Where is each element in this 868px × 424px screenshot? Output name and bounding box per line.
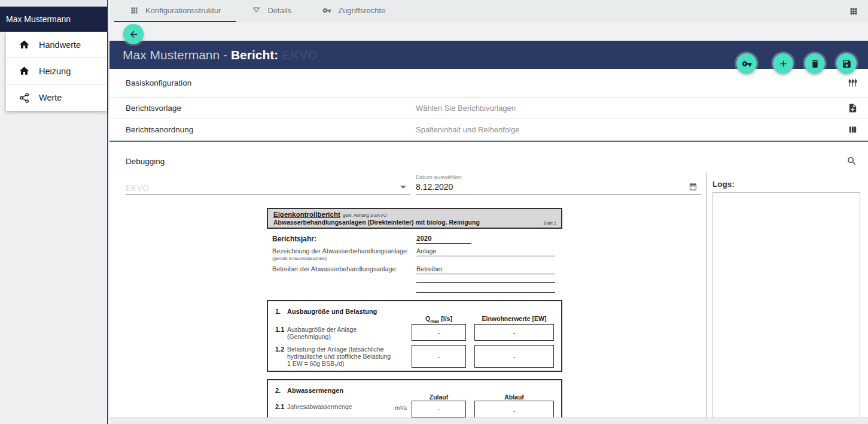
tab-label: Konfigurationsstruktur bbox=[145, 6, 221, 15]
page-title-ghost: EKVO bbox=[282, 48, 318, 62]
logs-panel: Logs: bbox=[707, 172, 868, 424]
section-number: 1. bbox=[275, 308, 281, 315]
page-title-bold: Bericht: bbox=[231, 48, 278, 62]
tab-details[interactable]: Details bbox=[236, 0, 307, 22]
debugging-controls: EKVO Datum auswählen 8.12.2020 bbox=[109, 172, 706, 195]
tab-label: Zugriffsrechte bbox=[338, 6, 385, 15]
save-button[interactable] bbox=[836, 53, 857, 74]
date-field-label: Datum auswählen bbox=[416, 174, 701, 180]
apps-grid-icon[interactable] bbox=[849, 7, 858, 16]
sidebar-item-handwerte[interactable]: Handwerte bbox=[6, 32, 107, 58]
section-title: Ausbaugröße und Belastung bbox=[287, 308, 377, 315]
filter-icon bbox=[252, 6, 261, 15]
report-type-select[interactable]: EKVO bbox=[126, 172, 410, 195]
sidebar-user-header: Max Mustermann bbox=[0, 7, 107, 32]
date-field-value: 8.12.2020 bbox=[416, 182, 701, 192]
value-box: - bbox=[412, 401, 466, 417]
plant-name-value: Anlage bbox=[416, 247, 555, 256]
sidebar-item-heizung[interactable]: Heizung bbox=[6, 58, 107, 84]
tab-zugriffsrechte[interactable]: Zugriffsrechte bbox=[307, 0, 401, 22]
sidebar-menu: Handwerte Heizung Werte bbox=[6, 32, 107, 111]
section-number: 2. bbox=[275, 387, 281, 394]
page-title-prefix: Max Mustermann - bbox=[123, 48, 231, 62]
columns-icon[interactable] bbox=[846, 123, 859, 136]
row-number: 1.2 bbox=[275, 346, 284, 353]
value-box: - bbox=[412, 324, 466, 341]
row-label: Jahresabwassermenge bbox=[287, 403, 386, 410]
operator-row: Betreiber der Abwasserbehandlungsanlage:… bbox=[267, 265, 562, 293]
sidebar-item-label: Heizung bbox=[39, 66, 71, 76]
blank-line bbox=[416, 283, 555, 293]
tab-bar: Konfigurationsstruktur Details Zugriffsr… bbox=[109, 0, 868, 22]
search-icon bbox=[846, 156, 857, 166]
row-number: 1.1 bbox=[275, 326, 284, 333]
tab-konfigurationsstruktur[interactable]: Konfigurationsstruktur bbox=[114, 0, 236, 22]
chevron-down-icon bbox=[400, 186, 406, 189]
save-icon bbox=[842, 59, 852, 69]
sidebar-item-label: Werte bbox=[39, 93, 62, 102]
home-icon bbox=[19, 39, 30, 50]
sidebar-top-strip bbox=[0, 0, 107, 7]
logs-output[interactable] bbox=[712, 192, 860, 424]
config-row-hint: Spalteninhalt und Reihenfolge bbox=[416, 125, 846, 134]
back-button[interactable] bbox=[123, 24, 144, 44]
debugging-section-title: Debugging bbox=[126, 157, 165, 166]
blank-line bbox=[416, 274, 555, 283]
main-area: Konfigurationsstruktur Details Zugriffsr… bbox=[109, 0, 868, 424]
column-header-qmax: Qmax [l/s] bbox=[412, 315, 466, 324]
tab-label: Details bbox=[267, 6, 291, 15]
report-type-select-value: EKVO bbox=[126, 183, 149, 193]
plant-name-label: Bezeichnung der Abwasserbehandlungsanlag… bbox=[272, 247, 416, 255]
home-icon bbox=[19, 65, 30, 77]
search-button[interactable] bbox=[846, 156, 857, 166]
report-year-label: Berichtsjahr: bbox=[272, 235, 316, 243]
sidebar: Max Mustermann Handwerte Heizung Werte bbox=[0, 0, 108, 424]
report-subtitle: Abwasserbehandlungsanlagen (Direkteinlei… bbox=[273, 219, 480, 226]
config-row-label: Berichtsvorlage bbox=[126, 104, 416, 113]
row-label: Belastung der Anlage (tatsächliche hydra… bbox=[287, 346, 407, 367]
config-row-berichtsvorlage[interactable]: Berichtsvorlage Wählen Sie Berichtsvorla… bbox=[109, 98, 868, 119]
row-unit: m³/a bbox=[386, 405, 407, 411]
value-box: - bbox=[412, 345, 466, 368]
note-add-icon[interactable] bbox=[846, 102, 859, 114]
sidebar-user-name: Max Mustermann bbox=[6, 14, 71, 24]
sidebar-item-label: Handwerte bbox=[39, 40, 81, 50]
operator-value: Betreiber bbox=[416, 265, 555, 274]
header-gap bbox=[109, 22, 868, 41]
header-action-buttons bbox=[736, 53, 857, 74]
logs-label: Logs: bbox=[712, 180, 860, 189]
report-title-suffix: gem. Anhang 3 EKVO bbox=[343, 213, 386, 218]
plus-icon bbox=[778, 59, 788, 69]
key-icon bbox=[322, 6, 331, 15]
calendar-icon bbox=[689, 182, 698, 191]
bottom-scroll-strip bbox=[109, 417, 868, 424]
row-label: Ausbaugröße der Anlage (Genehmigung) bbox=[287, 326, 404, 340]
config-row-label: Basiskonfiguration bbox=[126, 78, 416, 87]
plant-name-sublabel: (gemäß Erlaubnisbescheid) bbox=[272, 256, 416, 261]
debugging-section: Debugging EKVO Datum auswählen 8.12.2020 bbox=[109, 142, 868, 424]
config-row-berichtsanordnung[interactable]: Berichtsanordnung Spalteninhalt und Reih… bbox=[109, 119, 868, 141]
plant-name-row: Bezeichnung der Abwasserbehandlungsanlag… bbox=[267, 247, 562, 261]
value-box: - bbox=[474, 345, 554, 368]
config-row-hint: Wählen Sie Berichtsvorlagen bbox=[416, 104, 846, 113]
row-number: 2.1 bbox=[275, 403, 284, 410]
section-title: Abwassermengen bbox=[287, 387, 343, 394]
delete-button[interactable] bbox=[805, 53, 825, 74]
permissions-button[interactable] bbox=[736, 53, 757, 74]
debugging-body: EKVO Datum auswählen 8.12.2020 bbox=[109, 172, 868, 424]
sidebar-item-werte[interactable]: Werte bbox=[6, 84, 107, 111]
report-header-box: Eigenkontrollbericht gem. Anhang 3 EKVO … bbox=[267, 208, 562, 229]
date-picker-button[interactable] bbox=[689, 182, 698, 191]
column-header-zulauf: Zulauf bbox=[412, 393, 466, 401]
add-button[interactable] bbox=[773, 53, 793, 74]
report-title: Eigenkontrollbericht bbox=[273, 211, 340, 218]
report-section-1: 1. Ausbaugröße und Belastung Qmax [l/s] … bbox=[267, 300, 562, 372]
report-year-row: Berichtsjahr: 2020 bbox=[267, 235, 562, 244]
sliders-icon[interactable] bbox=[846, 77, 859, 89]
report-sheet-number: Blatt 1 bbox=[544, 220, 556, 226]
date-field[interactable]: Datum auswählen 8.12.2020 bbox=[416, 172, 701, 195]
page-title: Max Mustermann - Bericht: EKVO bbox=[123, 48, 318, 62]
column-header-ablauf: Ablauf bbox=[474, 393, 554, 401]
debugging-left-pane: EKVO Datum auswählen 8.12.2020 bbox=[109, 172, 706, 424]
operator-label: Betreiber der Abwasserbehandlungsanlage: bbox=[272, 265, 416, 272]
